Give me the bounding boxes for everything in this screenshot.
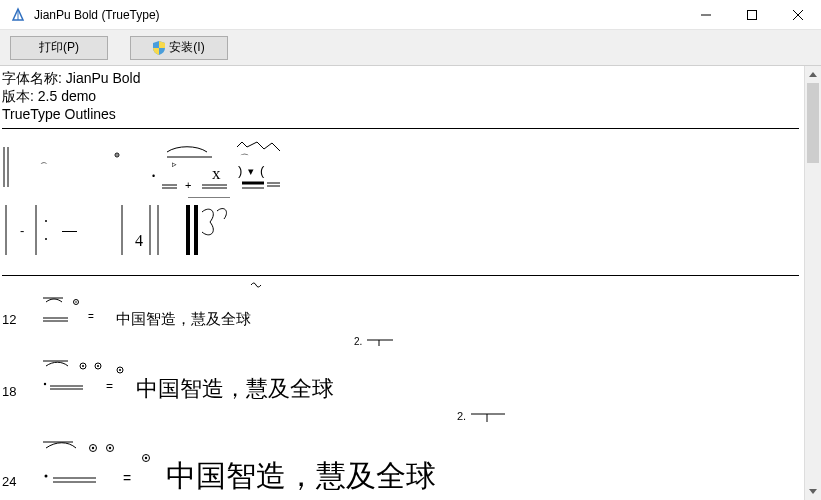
content-wrapper: 字体名称: JianPu Bold 版本: 2.5 demo TrueType …	[0, 66, 821, 500]
svg-text:⌒: ⌒	[202, 197, 211, 204]
annot-bracket-icon	[365, 338, 395, 346]
svg-text:): )	[238, 163, 242, 178]
svg-text:▾: ▾	[248, 165, 254, 177]
svg-text:=: =	[123, 470, 131, 486]
outlines-line: TrueType Outlines	[2, 105, 804, 123]
annot-bracket-icon-24	[469, 412, 507, 422]
svg-point-58	[109, 447, 111, 449]
svg-text:▹: ▹	[172, 159, 177, 169]
svg-text:—: —	[62, 221, 77, 238]
svg-point-61	[45, 474, 48, 477]
chevron-down-icon	[809, 489, 817, 494]
close-icon	[793, 10, 803, 20]
shield-icon	[153, 41, 165, 55]
svg-point-48	[44, 382, 46, 384]
svg-rect-31	[186, 205, 190, 255]
svg-text:(: (	[260, 163, 265, 178]
svg-point-56	[92, 447, 94, 449]
glyph-sample-row-1: ⌒ • ▹ + x ⌒ ) ▾ (	[2, 137, 804, 195]
size-label-18: 18	[2, 384, 30, 399]
svg-text:•: •	[152, 171, 155, 181]
jianpu-prefix-12: =	[38, 294, 108, 324]
titlebar: JianPu Bold (TrueType)	[0, 0, 821, 30]
sample-text-18: 中国智造，慧及全球	[136, 376, 334, 402]
sample-text-24: 中国智造，慧及全球	[166, 458, 436, 494]
size-label-12: 12	[2, 312, 30, 327]
install-button[interactable]: 安装(I)	[130, 36, 228, 60]
app-icon	[10, 7, 26, 23]
annot-2-24: 2.	[457, 410, 507, 422]
scrollbar-track[interactable]	[805, 83, 821, 483]
svg-point-43	[82, 365, 84, 367]
print-button-label: 打印(P)	[39, 39, 79, 56]
glyph-sample-row-2: - — 4 ⌒	[2, 197, 804, 265]
sample-row-12: 12 = 中国智造，慧及全球	[2, 294, 804, 328]
annot-2-18: 2.	[354, 336, 395, 347]
sample-row-24: 24 = 中国智造，慧及全球 2	[2, 436, 804, 494]
svg-text:=: =	[88, 311, 94, 322]
svg-text:=: =	[106, 379, 113, 393]
maximize-icon	[747, 10, 757, 20]
minimize-icon	[701, 10, 711, 20]
svg-point-26	[45, 238, 47, 240]
font-name-line: 字体名称: JianPu Bold	[2, 69, 804, 87]
scrollbar-down-arrow[interactable]	[805, 483, 821, 500]
body-separator	[2, 275, 799, 276]
jianpu-prefix-24: =	[38, 436, 158, 486]
annot-tilde-12	[250, 280, 262, 290]
jianpu-prefix-18: =	[38, 356, 128, 396]
svg-point-37	[75, 301, 77, 303]
svg-rect-0	[748, 11, 757, 20]
scrollbar-thumb[interactable]	[807, 83, 819, 163]
toolbar: 打印(P) 安装(I)	[0, 30, 821, 66]
svg-text:+: +	[185, 179, 191, 191]
maximize-button[interactable]	[729, 0, 775, 30]
size-label-24: 24	[2, 474, 30, 489]
minimize-button[interactable]	[683, 0, 729, 30]
glyph-x-char: x	[212, 164, 221, 183]
window-title: JianPu Bold (TrueType)	[34, 8, 683, 22]
svg-point-45	[97, 365, 99, 367]
vertical-scrollbar[interactable]	[804, 66, 821, 500]
svg-text:-: -	[20, 223, 24, 238]
svg-point-47	[119, 369, 121, 371]
window-controls	[683, 0, 821, 29]
sample-text-12: 中国智造，慧及全球	[116, 310, 251, 328]
chevron-up-icon	[809, 72, 817, 77]
content-area: 字体名称: JianPu Bold 版本: 2.5 demo TrueType …	[0, 66, 804, 500]
install-button-label: 安装(I)	[169, 39, 204, 56]
close-button[interactable]	[775, 0, 821, 30]
svg-rect-32	[194, 205, 198, 255]
svg-point-60	[145, 457, 147, 459]
header-separator	[2, 128, 799, 129]
glyph-four-char: 4	[135, 232, 143, 249]
scrollbar-up-arrow[interactable]	[805, 66, 821, 83]
sample-row-18: 18 = 中国智造，慧及全球 2	[2, 356, 804, 402]
svg-point-25	[45, 220, 47, 222]
print-button[interactable]: 打印(P)	[10, 36, 108, 60]
svg-text:⌒: ⌒	[240, 153, 249, 163]
version-line: 版本: 2.5 demo	[2, 87, 804, 105]
svg-point-5	[116, 154, 118, 156]
svg-text:⌒: ⌒	[40, 162, 48, 171]
